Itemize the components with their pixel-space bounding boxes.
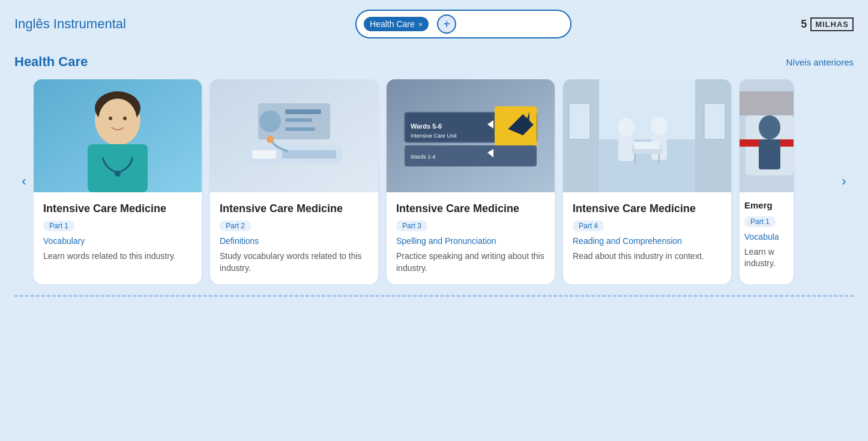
card-3-body: Intensive Care Medicine Part 3 Spelling … [387, 192, 555, 284]
card-4-body: Intensive Care Medicine Part 4 Reading a… [563, 192, 731, 284]
svg-text:Wards 5-6: Wards 5-6 [411, 123, 442, 130]
svg-rect-34 [569, 103, 590, 139]
card-3[interactable]: Wards 5-6 Intensive Care Unit Wards 1-4 … [387, 79, 555, 284]
card-2-part: Part 2 [220, 221, 251, 231]
card-2-title: Intensive Care Medicine [220, 202, 369, 216]
card-2[interactable]: Intensive Care Medicine Part 2 Definitio… [210, 79, 378, 284]
card-3-desc: Practice speaking and writing about this… [396, 251, 545, 274]
card-1-part: Part 1 [43, 221, 74, 231]
add-tag-button[interactable]: + [437, 14, 456, 34]
card-3-skill: Spelling and Pronunciation [396, 236, 545, 246]
card-5-image [740, 79, 794, 192]
section-header: Health Care Níveis anteriores [14, 54, 854, 70]
card-2-desc: Study vocabulary words related to this i… [220, 251, 369, 274]
card-3-image: Wards 5-6 Intensive Care Unit Wards 1-4 [387, 79, 555, 192]
card-2-body: Intensive Care Medicine Part 2 Definitio… [210, 192, 378, 284]
card-4-part: Part 4 [573, 221, 604, 231]
card-5-desc: Learn w industry. [744, 246, 789, 270]
svg-rect-13 [285, 127, 315, 131]
card-1-skill: Vocabulary [43, 236, 192, 246]
card-5-skill: Vocabula [744, 232, 789, 242]
app-title: Inglês Instrumental [14, 16, 126, 32]
niveis-anteriores-link[interactable]: Níveis anteriores [786, 57, 854, 67]
svg-point-7 [123, 117, 127, 120]
milhas-count: 5 [801, 18, 807, 31]
svg-text:Intensive Care Unit: Intensive Care Unit [411, 133, 457, 139]
card-4[interactable]: Intensive Care Medicine Part 4 Reading a… [563, 79, 731, 284]
card-4-desc: Read about this industry in context. [573, 251, 722, 263]
tag-chip: Health Care × [364, 17, 429, 31]
card-2-skill: Definitions [220, 236, 369, 246]
section-title: Health Care [14, 54, 88, 70]
card-1[interactable]: Intensive Care Medicine Part 1 Vocabular… [34, 79, 202, 284]
svg-point-3 [115, 171, 121, 177]
header: Inglês Instrumental Health Care × + 5 MI… [0, 0, 868, 48]
bottom-bar [0, 295, 868, 297]
search-bar[interactable]: Health Care × + [355, 10, 571, 38]
card-5-body: Emerg Part 1 Vocabula Learn w industry. [740, 192, 794, 284]
svg-point-17 [267, 136, 274, 143]
svg-rect-35 [704, 103, 725, 139]
section: Health Care Níveis anteriores ‹ [0, 48, 868, 284]
card-5-partial[interactable]: Emerg Part 1 Vocabula Learn w industry. [740, 79, 794, 284]
next-arrow-button[interactable]: › [834, 172, 854, 191]
svg-rect-37 [618, 137, 634, 161]
card-1-desc: Learn words related to this industry. [43, 251, 192, 263]
card-1-image [34, 79, 202, 192]
cards-wrapper: ‹ [14, 79, 854, 284]
prev-arrow-button[interactable]: ‹ [14, 172, 34, 191]
milhas-box: 5 MILHAS [801, 17, 854, 31]
card-5-title: Emerg [744, 199, 789, 211]
svg-point-38 [651, 117, 668, 136]
card-2-image [210, 79, 378, 192]
card-1-body: Intensive Care Medicine Part 1 Vocabular… [34, 192, 202, 284]
card-4-skill: Reading and Comprehension [573, 236, 722, 246]
svg-point-49 [759, 115, 780, 139]
tag-close-icon[interactable]: × [418, 20, 423, 29]
svg-rect-2 [88, 144, 148, 192]
svg-point-10 [259, 111, 281, 132]
svg-rect-15 [252, 150, 276, 159]
card-1-title: Intensive Care Medicine [43, 202, 192, 216]
svg-point-6 [109, 117, 112, 120]
svg-rect-50 [759, 139, 780, 169]
svg-rect-16 [282, 150, 336, 159]
svg-rect-47 [740, 91, 794, 115]
card-3-part: Part 3 [396, 221, 427, 231]
svg-rect-11 [285, 109, 321, 114]
card-5-part: Part 1 [744, 216, 776, 227]
progress-dashed-line [14, 295, 854, 297]
cards-container: Intensive Care Medicine Part 1 Vocabular… [34, 79, 834, 284]
svg-rect-12 [285, 118, 312, 122]
card-4-image [563, 79, 731, 192]
tag-label: Health Care [370, 19, 415, 29]
card-3-title: Intensive Care Medicine [396, 202, 545, 216]
milhas-label: MILHAS [810, 17, 854, 31]
svg-text:Wards 1-4: Wards 1-4 [411, 154, 435, 160]
card-4-title: Intensive Care Medicine [573, 202, 722, 216]
svg-point-5 [98, 99, 137, 142]
svg-point-36 [618, 118, 634, 137]
svg-rect-41 [634, 142, 660, 149]
